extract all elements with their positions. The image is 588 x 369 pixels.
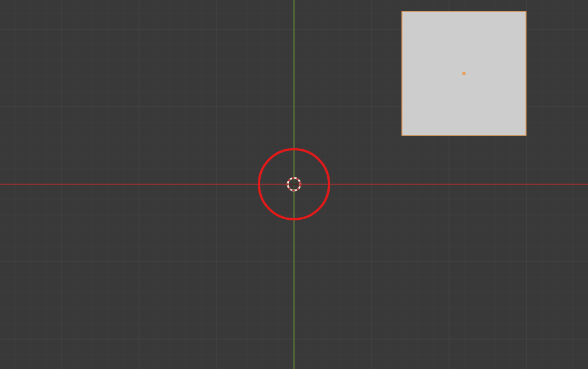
plane-origin-dot [462,72,466,75]
3d-viewport[interactable] [0,0,588,369]
3d-cursor-icon [288,178,300,191]
scene-canvas[interactable] [0,0,588,369]
